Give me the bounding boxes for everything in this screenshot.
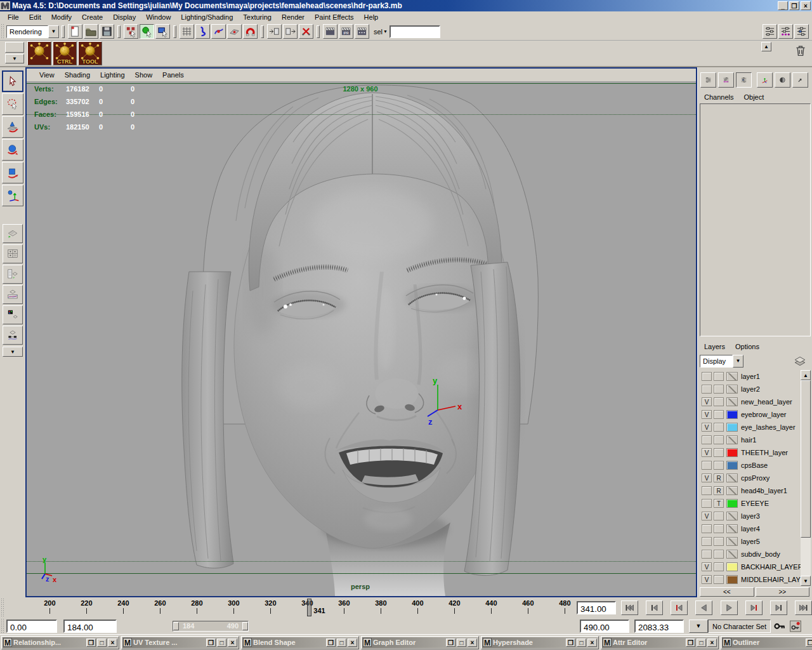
panel-menu-lighting[interactable]: Lighting <box>95 70 130 80</box>
layer-color-swatch[interactable] <box>726 499 738 508</box>
maximize-button[interactable]: □ <box>217 639 226 647</box>
channel-box-list[interactable] <box>700 103 811 336</box>
set-key-icon[interactable] <box>772 620 787 633</box>
play-forwards-button[interactable] <box>721 600 738 615</box>
step-back-frame-button[interactable] <box>646 600 663 615</box>
toolbar-separator[interactable] <box>261 25 264 38</box>
close-button[interactable]: × <box>707 639 717 647</box>
layer-visibility-toggle[interactable] <box>702 461 712 470</box>
layer-move-down-button[interactable]: >> <box>756 587 810 597</box>
layer-color-swatch[interactable] <box>726 512 738 521</box>
restore-button[interactable]: ❐ <box>86 639 96 647</box>
layers-menu-options[interactable]: Options <box>730 342 764 352</box>
layer-display-type-toggle[interactable] <box>714 575 724 584</box>
layer-color-swatch[interactable] <box>726 397 738 406</box>
range-start-handle[interactable] <box>173 622 179 630</box>
channelbox-menu-object[interactable]: Object <box>738 92 769 102</box>
layouts-dropdown-button[interactable]: ▼ <box>3 347 23 357</box>
step-back-key-button[interactable] <box>671 600 688 615</box>
shelf-tab-selector[interactable]: ▼ <box>5 42 24 65</box>
layer-row-new_head_layer[interactable]: Vnew_head_layer <box>700 395 811 408</box>
chevron-down-icon[interactable]: ▼ <box>383 29 388 34</box>
layer-name[interactable]: layer3 <box>741 512 760 520</box>
toolbar-separator[interactable] <box>317 25 320 38</box>
layer-name[interactable]: cpsBase <box>741 461 768 469</box>
layer-name[interactable]: BACKHAIR_LAYER <box>741 563 803 571</box>
layer-list-scrollbar[interactable]: ▲ ▼ <box>801 370 811 586</box>
menu-help[interactable]: Help <box>359 12 384 22</box>
current-time-field[interactable] <box>577 601 616 614</box>
trash-icon[interactable] <box>793 42 808 58</box>
layer-display-type-toggle[interactable] <box>714 524 724 533</box>
playback-end-field[interactable] <box>580 620 629 633</box>
layer-name[interactable]: subdiv_body <box>741 550 780 558</box>
toolbar-separator[interactable] <box>62 25 65 38</box>
time-slider-grip[interactable] <box>1 598 5 617</box>
restore-button[interactable]: ❐ <box>446 639 455 647</box>
layer-color-swatch[interactable] <box>726 435 738 444</box>
shelf-item-tool[interactable]: TOOL <box>78 41 102 65</box>
animation-start-field[interactable] <box>6 620 57 633</box>
layer-visibility-toggle[interactable] <box>702 385 712 394</box>
scroll-down-icon[interactable]: ▼ <box>801 576 811 586</box>
scale-tool[interactable] <box>2 162 23 183</box>
close-button[interactable]: × <box>348 639 357 647</box>
layer-row-layer3[interactable]: Vlayer3 <box>700 510 811 522</box>
layer-display-type-toggle[interactable] <box>714 550 724 559</box>
channel-speed-sphere-icon[interactable] <box>775 72 790 88</box>
menu-edit[interactable]: Edit <box>24 12 46 22</box>
toggle-channel-box-icon[interactable] <box>794 24 809 39</box>
menu-texturing[interactable]: Texturing <box>238 12 277 22</box>
layer-color-swatch[interactable] <box>726 385 738 394</box>
layer-name[interactable]: cpsProxy <box>741 474 769 482</box>
layout-hypershade-persp-button[interactable] <box>3 305 23 324</box>
toolbar-separator[interactable] <box>117 25 121 38</box>
quick-select-input[interactable] <box>390 25 440 38</box>
auto-keyframe-icon[interactable] <box>789 620 802 633</box>
layer-row-EYEEYE[interactable]: TEYEEYE <box>700 497 811 510</box>
layer-display-type-toggle[interactable] <box>714 397 724 406</box>
layer-visibility-toggle[interactable]: V <box>702 410 712 419</box>
layer-display-type-toggle[interactable] <box>714 435 724 444</box>
ipr-render-icon[interactable]: IPR <box>339 24 353 39</box>
snap-curve-icon[interactable] <box>195 24 210 39</box>
layer-color-swatch[interactable] <box>726 537 738 546</box>
layer-display-type-toggle[interactable] <box>714 562 724 571</box>
close-button[interactable]: × <box>801 1 811 10</box>
layer-name[interactable]: eye_lashes_layer <box>741 423 796 431</box>
layer-display-type-toggle[interactable] <box>714 372 724 381</box>
channelbox-layout-3-icon[interactable] <box>736 72 752 88</box>
layer-name[interactable]: hair1 <box>741 436 756 444</box>
layer-name[interactable]: eyebrow_layer <box>741 411 787 418</box>
layer-visibility-toggle[interactable] <box>702 372 712 381</box>
select-object-icon[interactable] <box>140 24 154 39</box>
layer-color-swatch[interactable] <box>726 562 738 571</box>
toolbar-grip[interactable] <box>1 23 5 39</box>
step-forward-frame-button[interactable] <box>770 600 787 615</box>
layer-color-swatch[interactable] <box>726 524 738 533</box>
snap-grid-icon[interactable] <box>180 24 194 39</box>
layer-color-swatch[interactable] <box>726 410 738 419</box>
maximize-button[interactable]: □ <box>97 639 107 647</box>
inputs-icon[interactable] <box>267 24 282 39</box>
close-button[interactable]: × <box>468 639 477 647</box>
menu-modify[interactable]: Modify <box>46 12 77 22</box>
restore-button[interactable]: ❐ <box>789 1 799 10</box>
minimized-window-attr-editor[interactable]: MAttr Editor❐□× <box>601 636 719 649</box>
snap-plane-icon[interactable] <box>227 24 242 39</box>
channelbox-layout-2-icon[interactable] <box>718 72 734 88</box>
layer-visibility-toggle[interactable] <box>702 550 712 559</box>
menu-file[interactable]: File <box>3 12 24 22</box>
close-button[interactable]: × <box>587 639 597 647</box>
layer-color-swatch[interactable] <box>726 486 738 495</box>
minimized-window-uv-texture-[interactable]: MUV Texture ...❐□× <box>121 636 239 649</box>
play-backwards-button[interactable] <box>695 600 712 615</box>
layer-color-swatch[interactable] <box>726 575 738 584</box>
range-slider-grip[interactable] <box>1 618 5 633</box>
layer-name[interactable]: MIDDLEHAIR_LAY <box>741 576 801 583</box>
open-scene-icon[interactable] <box>84 24 98 39</box>
layer-name[interactable]: new_head_layer <box>741 398 792 406</box>
restore-button[interactable]: ❐ <box>566 639 575 647</box>
rotate-tool[interactable] <box>2 139 23 161</box>
menu-create[interactable]: Create <box>77 12 108 22</box>
